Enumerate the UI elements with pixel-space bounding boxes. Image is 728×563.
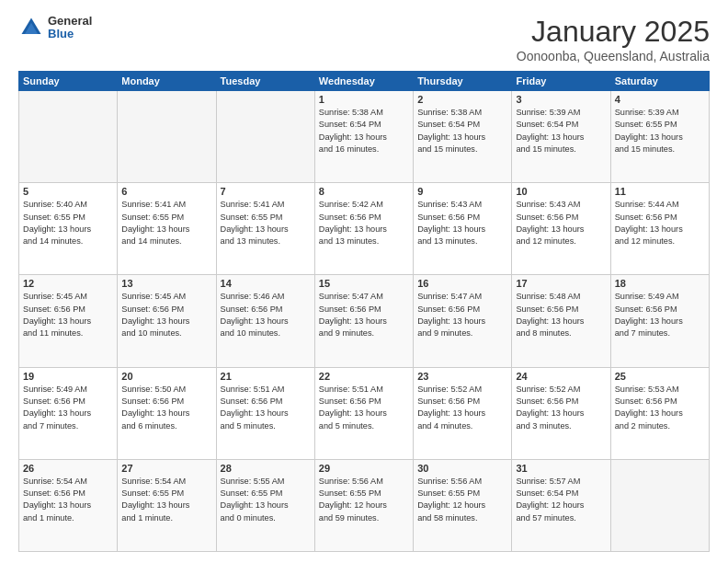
calendar-cell: 18Sunrise: 5:49 AMSunset: 6:56 PMDayligh… [610,275,709,367]
day-info: Sunrise: 5:52 AMSunset: 6:56 PMDaylight:… [417,384,507,432]
calendar-cell: 27Sunrise: 5:54 AMSunset: 6:55 PMDayligh… [118,459,216,551]
month-title: January 2025 [517,15,710,49]
calendar-cell: 19Sunrise: 5:49 AMSunset: 6:56 PMDayligh… [19,367,118,459]
day-info: Sunrise: 5:54 AMSunset: 6:55 PMDaylight:… [121,476,211,524]
day-number: 14 [221,278,311,289]
weekday-header: Thursday [414,72,512,91]
page: General Blue January 2025 Oonoonba, Quee… [0,0,728,563]
calendar-cell: 21Sunrise: 5:51 AMSunset: 6:56 PMDayligh… [216,367,314,459]
calendar-cell: 13Sunrise: 5:45 AMSunset: 6:56 PMDayligh… [118,275,216,367]
day-info: Sunrise: 5:51 AMSunset: 6:56 PMDaylight:… [221,384,311,432]
weekday-header: Tuesday [216,72,314,91]
calendar-week-row: 12Sunrise: 5:45 AMSunset: 6:56 PMDayligh… [19,275,710,367]
day-number: 28 [221,463,311,474]
calendar-cell: 24Sunrise: 5:52 AMSunset: 6:56 PMDayligh… [512,367,610,459]
calendar-week-row: 1Sunrise: 5:38 AMSunset: 6:54 PMDaylight… [19,91,710,183]
day-number: 29 [319,463,409,474]
day-info: Sunrise: 5:40 AMSunset: 6:55 PMDaylight:… [23,199,113,247]
day-number: 27 [121,463,211,474]
day-number: 25 [615,371,705,382]
day-info: Sunrise: 5:43 AMSunset: 6:56 PMDaylight:… [516,199,606,247]
day-number: 16 [417,278,507,289]
day-number: 11 [615,186,705,197]
calendar-cell: 17Sunrise: 5:48 AMSunset: 6:56 PMDayligh… [512,275,610,367]
day-info: Sunrise: 5:51 AMSunset: 6:56 PMDaylight:… [319,384,409,432]
weekday-header: Sunday [19,72,118,91]
calendar-cell: 20Sunrise: 5:50 AMSunset: 6:56 PMDayligh… [118,367,216,459]
calendar-week-row: 26Sunrise: 5:54 AMSunset: 6:56 PMDayligh… [19,459,710,551]
day-number: 21 [221,371,311,382]
calendar-cell [19,91,118,183]
day-info: Sunrise: 5:45 AMSunset: 6:56 PMDaylight:… [121,291,211,339]
calendar-cell: 30Sunrise: 5:56 AMSunset: 6:55 PMDayligh… [414,459,512,551]
calendar-week-row: 19Sunrise: 5:49 AMSunset: 6:56 PMDayligh… [19,367,710,459]
calendar-week-row: 5Sunrise: 5:40 AMSunset: 6:55 PMDaylight… [19,183,710,275]
logo-text: General Blue [48,15,92,41]
day-info: Sunrise: 5:46 AMSunset: 6:56 PMDaylight:… [221,291,311,339]
day-number: 24 [516,371,606,382]
day-number: 19 [23,371,113,382]
day-number: 10 [516,186,606,197]
day-number: 1 [319,94,409,105]
calendar-cell: 8Sunrise: 5:42 AMSunset: 6:56 PMDaylight… [314,183,413,275]
calendar-cell: 29Sunrise: 5:56 AMSunset: 6:55 PMDayligh… [314,459,413,551]
day-number: 23 [417,371,507,382]
day-info: Sunrise: 5:56 AMSunset: 6:55 PMDaylight:… [417,476,507,524]
day-number: 8 [319,186,409,197]
calendar-cell [118,91,216,183]
calendar-cell: 11Sunrise: 5:44 AMSunset: 6:56 PMDayligh… [610,183,709,275]
logo: General Blue [18,15,92,41]
day-info: Sunrise: 5:52 AMSunset: 6:56 PMDaylight:… [516,384,606,432]
calendar-cell: 28Sunrise: 5:55 AMSunset: 6:55 PMDayligh… [216,459,314,551]
calendar-cell: 25Sunrise: 5:53 AMSunset: 6:56 PMDayligh… [610,367,709,459]
day-info: Sunrise: 5:49 AMSunset: 6:56 PMDaylight:… [23,384,113,432]
calendar-cell: 3Sunrise: 5:39 AMSunset: 6:54 PMDaylight… [512,91,610,183]
calendar-cell: 1Sunrise: 5:38 AMSunset: 6:54 PMDaylight… [314,91,413,183]
logo-icon [18,15,44,40]
day-info: Sunrise: 5:38 AMSunset: 6:54 PMDaylight:… [417,107,507,155]
calendar-cell [610,459,709,551]
calendar-cell: 10Sunrise: 5:43 AMSunset: 6:56 PMDayligh… [512,183,610,275]
day-info: Sunrise: 5:54 AMSunset: 6:56 PMDaylight:… [23,476,113,524]
day-number: 13 [121,278,211,289]
day-info: Sunrise: 5:57 AMSunset: 6:54 PMDaylight:… [516,476,606,524]
day-info: Sunrise: 5:39 AMSunset: 6:54 PMDaylight:… [516,107,606,155]
day-info: Sunrise: 5:41 AMSunset: 6:55 PMDaylight:… [221,199,311,247]
header: General Blue January 2025 Oonoonba, Quee… [18,15,710,63]
day-number: 12 [23,278,113,289]
calendar-cell [216,91,314,183]
calendar-cell: 22Sunrise: 5:51 AMSunset: 6:56 PMDayligh… [314,367,413,459]
weekday-header: Friday [512,72,610,91]
calendar-cell: 7Sunrise: 5:41 AMSunset: 6:55 PMDaylight… [216,183,314,275]
day-number: 9 [417,186,507,197]
day-number: 7 [221,186,311,197]
day-number: 5 [23,186,113,197]
day-info: Sunrise: 5:38 AMSunset: 6:54 PMDaylight:… [319,107,409,155]
day-number: 18 [615,278,705,289]
day-info: Sunrise: 5:50 AMSunset: 6:56 PMDaylight:… [121,384,211,432]
calendar-cell: 12Sunrise: 5:45 AMSunset: 6:56 PMDayligh… [19,275,118,367]
day-number: 3 [516,94,606,105]
calendar-table: SundayMondayTuesdayWednesdayThursdayFrid… [18,71,710,552]
weekday-header: Saturday [610,72,709,91]
day-info: Sunrise: 5:42 AMSunset: 6:56 PMDaylight:… [319,199,409,247]
day-info: Sunrise: 5:44 AMSunset: 6:56 PMDaylight:… [615,199,705,247]
day-number: 4 [615,94,705,105]
day-info: Sunrise: 5:49 AMSunset: 6:56 PMDaylight:… [615,291,705,339]
day-info: Sunrise: 5:55 AMSunset: 6:55 PMDaylight:… [221,476,311,524]
day-info: Sunrise: 5:47 AMSunset: 6:56 PMDaylight:… [417,291,507,339]
day-info: Sunrise: 5:47 AMSunset: 6:56 PMDaylight:… [319,291,409,339]
day-number: 30 [417,463,507,474]
day-info: Sunrise: 5:48 AMSunset: 6:56 PMDaylight:… [516,291,606,339]
logo-blue: Blue [48,28,92,40]
day-number: 15 [319,278,409,289]
weekday-header: Wednesday [314,72,413,91]
day-info: Sunrise: 5:39 AMSunset: 6:55 PMDaylight:… [615,107,705,155]
calendar-cell: 26Sunrise: 5:54 AMSunset: 6:56 PMDayligh… [19,459,118,551]
day-number: 31 [516,463,606,474]
calendar-cell: 2Sunrise: 5:38 AMSunset: 6:54 PMDaylight… [414,91,512,183]
calendar-cell: 5Sunrise: 5:40 AMSunset: 6:55 PMDaylight… [19,183,118,275]
location: Oonoonba, Queensland, Australia [517,49,710,63]
calendar-cell: 4Sunrise: 5:39 AMSunset: 6:55 PMDaylight… [610,91,709,183]
day-number: 26 [23,463,113,474]
